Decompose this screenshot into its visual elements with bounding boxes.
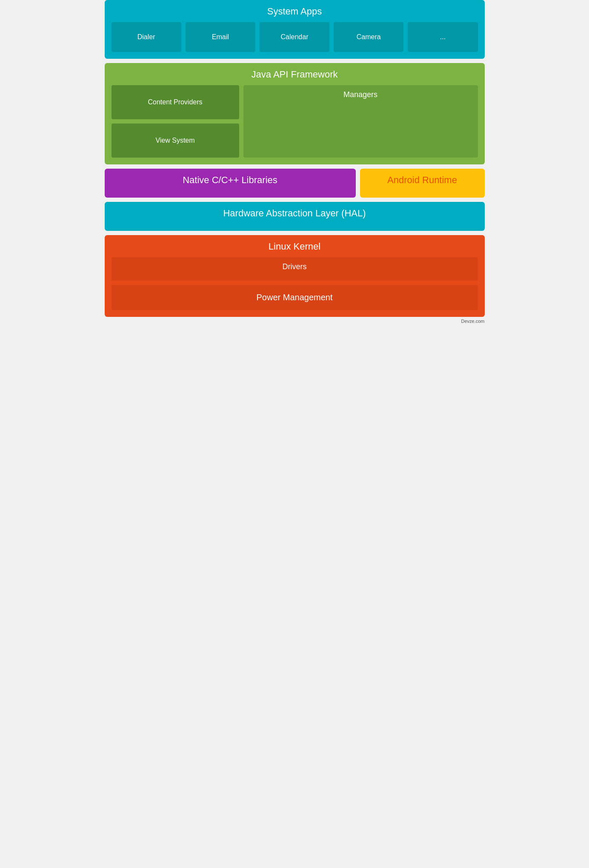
drivers-title: Drivers [117,262,473,271]
linux-kernel-layer: Linux Kernel Drivers Power Management [105,235,485,317]
native-libs-title: Native C/C++ Libraries [112,175,349,186]
system-apps-layer: System Apps DialerEmailCalendarCamera... [105,0,485,59]
android-runtime-title: Android Runtime [367,175,478,186]
drivers-section: Drivers [112,257,478,281]
android-runtime-layer: Android Runtime [360,169,485,198]
java-api-right: Managers [243,85,478,158]
system-apps-row: DialerEmailCalendarCamera... [112,22,478,52]
java-api-inner: Content ProvidersView System Managers [112,85,478,158]
watermark: Devze.com [105,317,485,325]
java-api-layer: Java API Framework Content ProvidersView… [105,63,485,164]
system-app-card: Camera [334,22,403,52]
java-api-title: Java API Framework [112,69,478,80]
managers-title: Managers [249,90,473,99]
java-api-left-card: Content Providers [112,85,239,119]
hal-layer: Hardware Abstraction Layer (HAL) [105,202,485,231]
system-app-card: Calendar [260,22,329,52]
native-libs-layer: Native C/C++ Libraries [105,169,356,198]
system-apps-title: System Apps [112,6,478,17]
system-app-card: Email [186,22,255,52]
java-api-left-card: View System [112,124,239,158]
hal-title: Hardware Abstraction Layer (HAL) [112,208,478,219]
java-api-left: Content ProvidersView System [112,85,239,158]
system-app-card: Dialer [112,22,181,52]
middle-row: Native C/C++ Libraries Android Runtime [105,169,485,198]
power-management: Power Management [112,285,478,310]
linux-kernel-title: Linux Kernel [112,241,478,252]
system-app-card: ... [408,22,477,52]
